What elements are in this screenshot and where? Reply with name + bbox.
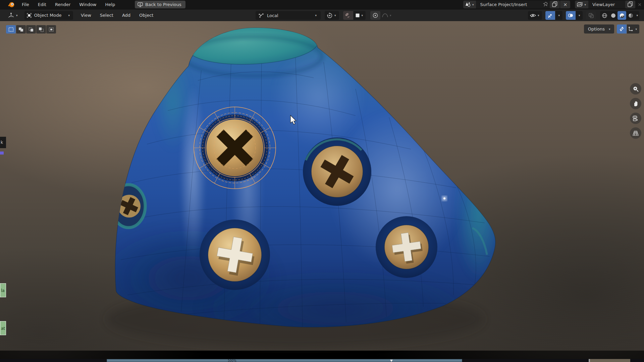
chevron-down-icon: ▾ xyxy=(471,3,475,6)
toggle-xray-button[interactable] xyxy=(586,11,596,20)
close-scene-icon[interactable]: ✕ xyxy=(560,1,570,8)
orientation-icon xyxy=(258,13,264,18)
menu-view[interactable]: View xyxy=(76,9,96,21)
chevron-down-icon: ▾ xyxy=(360,14,365,17)
shading-rendered-icon xyxy=(628,13,634,18)
select-mode-intersect-button[interactable] xyxy=(46,25,56,34)
new-scene-icon[interactable] xyxy=(550,1,560,8)
overlays-dropdown[interactable]: ▾ xyxy=(576,11,583,20)
snap-toggle-button[interactable] xyxy=(343,11,353,20)
falloff-curve-icon xyxy=(382,12,388,18)
proportional-editing-button[interactable] xyxy=(370,11,380,20)
camera-view-button[interactable] xyxy=(630,113,641,124)
back-to-previous-button[interactable]: Back to Previous xyxy=(135,1,185,8)
overlays-icon xyxy=(568,13,574,18)
orientation-label: Local xyxy=(267,13,278,18)
background-window-bar: 500% xyxy=(107,359,462,362)
background-window-strip: 500% xyxy=(0,359,644,362)
edge-fragment-badge: la xyxy=(0,283,6,297)
show-gizmo-button[interactable] xyxy=(545,11,555,20)
shading-solid-icon xyxy=(610,13,616,18)
hand-icon xyxy=(633,101,639,107)
shading-rendered-button[interactable] xyxy=(626,11,635,20)
perspective-grid-icon xyxy=(632,130,639,136)
pin-icon[interactable] xyxy=(541,1,550,8)
mode-label: Object Mode xyxy=(34,13,62,18)
shading-wireframe-icon xyxy=(602,13,607,18)
axes-icon xyxy=(628,26,634,32)
chevron-down-icon: ▾ xyxy=(536,14,541,17)
object-visibility-dropdown[interactable]: ▾ xyxy=(528,11,542,20)
shading-solid-button[interactable] xyxy=(609,11,618,20)
shading-material-icon xyxy=(619,13,625,18)
screw-insert-top-right[interactable] xyxy=(303,137,371,206)
proportional-falloff-dropdown[interactable]: ▾ xyxy=(382,12,393,18)
chevron-down-icon: ▾ xyxy=(634,27,638,31)
object-mode-icon xyxy=(26,13,32,18)
chevron-down-icon: ▾ xyxy=(333,14,337,17)
snap-increment-icon xyxy=(355,13,360,18)
select-mode-buttons xyxy=(6,25,56,34)
blender-window: File Edit Render Window Help Back to Pre… xyxy=(0,0,644,362)
remove-view-layer-icon[interactable]: ✕ xyxy=(635,1,644,8)
chevron-down-icon: ▾ xyxy=(583,3,587,6)
select-mode-new-button[interactable] xyxy=(6,25,16,34)
scene-name-field[interactable]: Surface Project/Insert xyxy=(476,1,541,8)
transform-axes-dropdown[interactable]: ▾ xyxy=(627,24,639,34)
view-layer-icon xyxy=(577,2,583,7)
scene-selector-button[interactable]: ▾ xyxy=(463,1,476,8)
visibility-eye-icon xyxy=(530,13,536,18)
scene-name: Surface Project/Insert xyxy=(480,2,527,7)
editor-type-button[interactable]: ▾ xyxy=(7,12,20,18)
menu-window[interactable]: Window xyxy=(75,0,101,9)
viewport-3d[interactable] xyxy=(0,0,644,362)
editor-3d-viewport-icon xyxy=(8,12,15,18)
edge-fragment-purple xyxy=(0,152,4,155)
edge-fragment-badge: at xyxy=(0,321,6,335)
orthographic-toggle-button[interactable] xyxy=(630,127,641,139)
swap-arrows-icon xyxy=(619,26,625,32)
menu-object[interactable]: Object xyxy=(135,9,158,21)
back-screen-icon xyxy=(138,2,143,7)
screw-insert-mid-right[interactable] xyxy=(376,216,437,278)
viewport-header: ▾ Object Mode ▾ View Select Add Object xyxy=(0,9,644,21)
menu-select[interactable]: Select xyxy=(96,9,118,21)
gizmo-icon xyxy=(547,13,553,18)
view-layer-name-field[interactable]: ViewLayer xyxy=(588,1,625,8)
topbar-menus: File Edit Render Window Help xyxy=(17,0,119,9)
shading-wireframe-button[interactable] xyxy=(600,11,609,20)
shading-material-button[interactable] xyxy=(618,11,626,20)
select-mode-subtract-button[interactable] xyxy=(26,25,36,34)
menu-help[interactable]: Help xyxy=(101,0,120,9)
options-label: Options xyxy=(588,26,605,32)
topbar: File Edit Render Window Help Back to Pre… xyxy=(0,0,644,9)
menu-render[interactable]: Render xyxy=(51,0,75,9)
pivot-icon xyxy=(326,12,333,18)
blender-logo-icon[interactable] xyxy=(7,1,15,8)
chevron-down-icon: ▾ xyxy=(314,14,318,17)
chevron-down-icon: ▾ xyxy=(577,14,582,17)
magnet-icon xyxy=(345,13,351,18)
options-dropdown[interactable]: Options ▾ xyxy=(584,24,614,34)
menu-add[interactable]: Add xyxy=(118,9,135,21)
screw-insert-bottom[interactable] xyxy=(200,220,270,290)
view-layer-selector-button[interactable]: ▾ xyxy=(575,1,588,8)
tool-setting-toggle-button[interactable] xyxy=(617,24,627,34)
zoom-view-button[interactable] xyxy=(630,83,641,95)
pivot-point-dropdown[interactable]: ▾ xyxy=(325,11,339,20)
shading-mode-group: ▾ xyxy=(600,11,639,20)
select-mode-extend-button[interactable] xyxy=(16,25,26,34)
pan-view-button[interactable] xyxy=(630,98,641,109)
mode-dropdown[interactable]: Object Mode ▾ xyxy=(24,11,73,20)
menu-file[interactable]: File xyxy=(17,0,34,9)
new-view-layer-icon[interactable] xyxy=(625,1,635,8)
back-to-previous-label: Back to Previous xyxy=(145,2,181,7)
select-mode-invert-button[interactable] xyxy=(36,25,46,34)
xray-icon xyxy=(588,13,594,18)
chevron-down-icon[interactable]: ▾ xyxy=(635,14,639,17)
snap-target-dropdown[interactable]: ▾ xyxy=(354,11,366,20)
gizmo-dropdown[interactable]: ▾ xyxy=(555,11,562,20)
menu-edit[interactable]: Edit xyxy=(34,0,51,9)
transform-orientation-dropdown[interactable]: Local ▾ xyxy=(256,11,321,20)
show-overlays-button[interactable] xyxy=(566,11,576,20)
